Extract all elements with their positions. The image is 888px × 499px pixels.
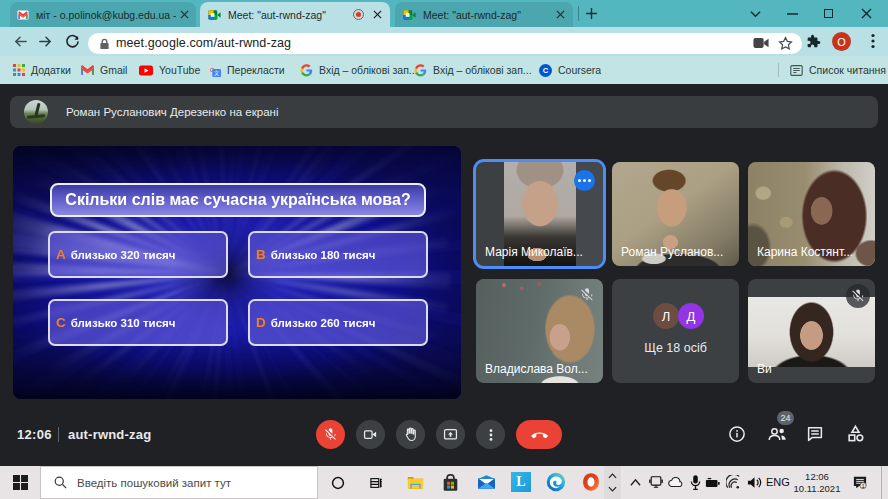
svg-text:文: 文 <box>214 70 220 76</box>
svg-text:C: C <box>543 66 549 75</box>
svg-text:1: 1 <box>861 483 864 489</box>
